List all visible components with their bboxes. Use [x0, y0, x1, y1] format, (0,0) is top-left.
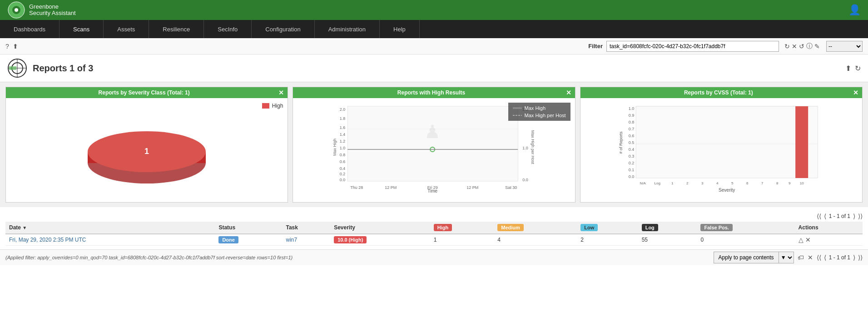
svg-text:0.2: 0.2: [628, 161, 634, 165]
svg-text:Max High: Max High: [332, 139, 337, 156]
nav-resilience[interactable]: Resilience: [149, 20, 204, 38]
bottom-close-icon[interactable]: ✕: [808, 254, 813, 261]
svg-rect-54: [636, 106, 818, 178]
table-row: Fri, May 29, 2020 2:35 PM UTC Done win7 …: [5, 234, 863, 246]
svg-text:0.4: 0.4: [628, 147, 634, 152]
filter-dropdown[interactable]: --: [826, 41, 863, 52]
user-icon-area[interactable]: 👤: [848, 4, 861, 16]
bar-chart-header: Reports by CVSS (Total: 1) ✕: [580, 87, 862, 98]
svg-text:8: 8: [776, 181, 779, 185]
bar-chart-panel: Reports by CVSS (Total: 1) ✕ 1.0 0.9 0.8…: [580, 87, 863, 203]
pie-chart-header: Reports by Severity Class (Total: 1) ✕: [6, 87, 288, 98]
th-actions: Actions: [795, 222, 863, 234]
svg-text:3: 3: [701, 181, 704, 185]
nav-configuration[interactable]: Configuration: [252, 20, 314, 38]
logo-area: Greenbone Security Assistant: [7, 1, 76, 19]
nav-dashboards[interactable]: Dashboards: [0, 20, 60, 38]
bottom-last-page-btn[interactable]: ⟩⟩: [858, 254, 863, 261]
date-link[interactable]: Fri, May 29, 2020 2:35 PM UTC: [9, 237, 86, 243]
line-legend-item-1: Max High: [513, 105, 566, 111]
cell-task: win7: [282, 234, 330, 246]
bottom-first-page-btn[interactable]: ⟨⟨: [817, 254, 821, 261]
bar-chart-title: Reports by CVSS (Total: 1): [584, 89, 853, 96]
svg-rect-11: [513, 107, 522, 109]
charts-row: Reports by Severity Class (Total: 1) ✕ H…: [0, 82, 868, 207]
line-legend: Max High Max High per Host: [508, 103, 570, 121]
page-export-icon[interactable]: ⬆: [845, 64, 851, 73]
svg-rect-7: [9, 66, 16, 70]
svg-text:# of Reports: # of Reports: [619, 131, 623, 154]
bottom-bar: (Applied filter: apply_overrides=0 min_q…: [0, 249, 868, 265]
nav-administration[interactable]: Administration: [315, 20, 380, 38]
pie-chart-title: Reports by Severity Class (Total: 1): [10, 89, 278, 96]
svg-text:0.6: 0.6: [340, 159, 346, 164]
logo-subtitle: Security Assistant: [29, 10, 76, 16]
svg-text:Severity: Severity: [719, 188, 735, 193]
delete-icon[interactable]: ✕: [805, 236, 811, 243]
nav-help[interactable]: Help: [380, 20, 420, 38]
svg-text:1.0: 1.0: [340, 146, 346, 150]
line-chart-close[interactable]: ✕: [566, 89, 571, 96]
svg-text:0.0: 0.0: [522, 178, 528, 182]
filter-applied-text: (Applied filter: apply_overrides=0 min_q…: [5, 255, 293, 260]
first-page-btn[interactable]: ⟨⟨: [817, 213, 821, 220]
delta-icon[interactable]: △: [799, 236, 804, 243]
th-date[interactable]: Date ▼: [5, 222, 215, 234]
svg-text:0.0: 0.0: [340, 178, 346, 182]
page-refresh-icon[interactable]: ↻: [855, 64, 861, 73]
nav-assets[interactable]: Assets: [104, 20, 149, 38]
filter-icons: ↻ ✕ ↺ ⓘ ✎: [784, 42, 820, 50]
nav-scans[interactable]: Scans: [60, 20, 104, 38]
logo-text: Greenbone Security Assistant: [29, 4, 76, 17]
user-icon[interactable]: 👤: [848, 4, 861, 15]
page-actions: ⬆ ↻: [845, 64, 861, 73]
greenbone-logo-icon: [7, 1, 25, 19]
next-page-btn[interactable]: ⟩: [853, 213, 855, 220]
date-sort-icon: ▼: [22, 225, 27, 230]
pie-center-label: 1: [144, 147, 149, 156]
last-page-btn[interactable]: ⟩⟩: [858, 213, 863, 220]
main-nav: Dashboards Scans Assets Resilience SecIn…: [0, 20, 868, 38]
page-header: Reports 1 of 3 ⬆ ↻: [0, 55, 868, 82]
bottom-prev-page-btn[interactable]: ⟨: [824, 254, 826, 261]
bar-chart-svg: 1.0 0.9 0.8 0.7 0.6 0.5 0.4 0.3 0.2 0.1 …: [584, 102, 858, 197]
svg-text:N/A: N/A: [640, 181, 646, 185]
bottom-next-page-btn[interactable]: ⟩: [853, 254, 855, 261]
table-pagination-top: ⟨⟨ ⟨ 1 - 1 of 1 ⟩ ⟩⟩: [5, 211, 863, 222]
page-title: Reports 1 of 3: [33, 63, 93, 74]
svg-text:0.2: 0.2: [340, 172, 346, 176]
filter-help-icon[interactable]: ⓘ: [806, 42, 813, 50]
bar-chart-close[interactable]: ✕: [853, 89, 858, 96]
tag-icon[interactable]: 🏷: [798, 254, 804, 261]
filter-refresh-icon[interactable]: ↻: [784, 43, 790, 50]
line-chart-header: Reports with High Results ✕: [293, 87, 575, 98]
th-low: Low: [577, 222, 638, 234]
apply-to-page-button[interactable]: Apply to page contents: [714, 252, 779, 263]
table-header-row: Date ▼ Status Task Severity High Medium …: [5, 222, 863, 234]
task-link[interactable]: win7: [286, 237, 297, 243]
svg-text:0.0: 0.0: [628, 174, 634, 179]
svg-point-2: [15, 8, 18, 12]
bottom-pagination: ⟨⟨ ⟨ 1 - 1 of 1 ⟩ ⟩⟩: [817, 254, 863, 261]
cell-date: Fri, May 29, 2020 2:35 PM UTC: [5, 234, 215, 246]
svg-text:Time: Time: [428, 188, 438, 193]
actions-col: △ ✕: [799, 236, 859, 243]
line-chart-body: Max High Max High per Host 2.0 1.8 1.6 1…: [293, 98, 575, 198]
table-body: Fri, May 29, 2020 2:35 PM UTC Done win7 …: [5, 234, 863, 246]
svg-text:Log: Log: [654, 181, 660, 185]
export-toolbar-icon[interactable]: ⬆: [13, 43, 18, 50]
cell-medium: 4: [494, 234, 577, 246]
pie-chart-close[interactable]: ✕: [278, 89, 284, 96]
filter-reset-icon[interactable]: ↺: [799, 43, 804, 50]
filter-input[interactable]: [606, 41, 779, 52]
help-toolbar-icon[interactable]: ?: [5, 43, 9, 50]
status-badge: Done: [218, 236, 238, 243]
filter-edit-icon[interactable]: ✎: [814, 43, 820, 50]
prev-page-btn[interactable]: ⟨: [824, 213, 826, 220]
nav-secinfo[interactable]: SecInfo: [204, 20, 252, 38]
filter-clear-icon[interactable]: ✕: [792, 43, 797, 50]
apply-dropdown[interactable]: ▼: [779, 252, 794, 263]
svg-text:♟: ♟: [424, 122, 441, 142]
th-high: High: [430, 222, 494, 234]
apply-select-wrap: Apply to page contents ▼: [714, 252, 794, 263]
